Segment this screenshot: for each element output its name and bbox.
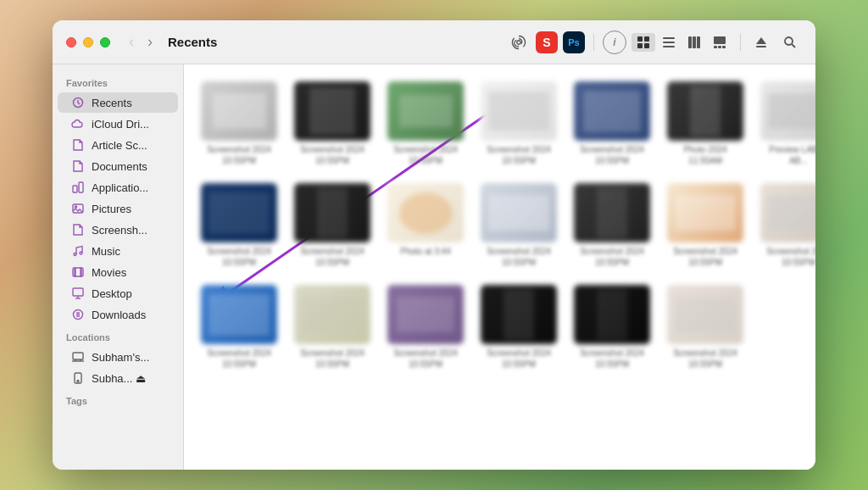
sidebar-item-article-sc[interactable]: Article Sc... xyxy=(58,135,178,155)
file-item[interactable]: Screenshot 2024 10:55PM xyxy=(664,281,747,373)
movies-icon xyxy=(71,265,85,279)
toolbar-divider-2 xyxy=(740,34,741,51)
file-item[interactable]: Screenshot 2024 10:55PM xyxy=(198,180,281,271)
file-item[interactable]: Screenshot 2024 10:55PM xyxy=(570,281,654,373)
file-thumbnail xyxy=(201,285,277,344)
column-view-button[interactable] xyxy=(682,33,706,52)
file-item[interactable]: Preview LABEL AB... xyxy=(757,78,815,170)
file-name: Screenshot 2024 10:55PM xyxy=(481,348,557,370)
sidebar-item-recents[interactable]: Recents xyxy=(58,92,178,113)
file-thumbnail xyxy=(201,183,277,242)
maximize-button[interactable] xyxy=(100,37,110,47)
favorites-section-label: Favorites xyxy=(53,71,183,92)
file-item[interactable]: Screenshot 2024 10:55PM xyxy=(384,78,467,170)
svg-marker-15 xyxy=(756,37,766,44)
file-item[interactable]: Screenshot 2024 10:55PM xyxy=(477,180,560,271)
file-thumbnail xyxy=(760,183,815,242)
file-name: Screenshot 2024 10:55PM xyxy=(294,348,370,370)
file-item[interactable]: Screenshot 2024 10:55PM xyxy=(291,180,374,271)
icloud-icon xyxy=(71,117,85,131)
sidebar-item-music[interactable]: Music xyxy=(58,241,178,261)
downloads-label: Downloads xyxy=(92,309,146,321)
recents-label: Recents xyxy=(92,97,132,109)
svg-rect-3 xyxy=(637,43,643,48)
file-item[interactable]: Photo at 3:44 xyxy=(384,180,467,271)
file-thumbnail xyxy=(387,183,464,242)
desktop-icon xyxy=(71,287,85,300)
file-item[interactable]: Screenshot 2024 10:55PM xyxy=(198,78,281,170)
music-label: Music xyxy=(92,245,120,258)
svg-rect-2 xyxy=(644,36,649,42)
file-name: Screenshot 2024 10:55PM xyxy=(387,348,464,370)
svg-point-17 xyxy=(785,37,793,45)
sidebar-item-pictures[interactable]: Pictures xyxy=(58,198,178,219)
file-item[interactable]: Screenshot 2024 10:55PM xyxy=(384,281,467,373)
sidebar-item-icloud[interactable]: iCloud Dri... xyxy=(58,114,178,134)
svg-rect-27 xyxy=(75,268,75,276)
file-item[interactable]: Screenshot 2024 10:55PM xyxy=(198,281,281,373)
subha-drive-icon xyxy=(71,371,85,385)
svg-rect-9 xyxy=(693,36,696,48)
file-item[interactable]: Screenshot 2024 10:55PM xyxy=(477,78,560,170)
svg-rect-11 xyxy=(714,36,726,44)
file-item[interactable]: Screenshot 2024 10:55PM xyxy=(570,78,654,170)
file-item[interactable]: Screenshot 2024 10:55PM xyxy=(477,281,560,373)
sidebar-item-desktop[interactable]: Desktop xyxy=(58,283,178,303)
svg-rect-1 xyxy=(637,36,643,42)
sidebar-item-downloads[interactable]: Downloads xyxy=(58,304,178,325)
file-name: Screenshot 2024 10:55PM xyxy=(760,246,815,268)
sidebar-item-screenshots[interactable]: Screensh... xyxy=(58,220,178,240)
file-name: Screenshot 2024 10:55PM xyxy=(667,348,743,370)
info-icon[interactable]: i xyxy=(603,31,626,54)
file-name: Screenshot 2024 10:55PM xyxy=(201,246,277,268)
svg-rect-13 xyxy=(718,46,721,48)
file-thumbnail xyxy=(294,81,370,141)
sidebar-item-applications[interactable]: Applicatio... xyxy=(58,177,178,198)
search-icon[interactable] xyxy=(778,31,802,54)
file-item[interactable]: Screenshot 2024 10:55PM xyxy=(570,180,654,271)
file-item[interactable]: Screenshot 2024 10:55PM xyxy=(757,180,815,271)
music-icon xyxy=(71,244,85,258)
back-button[interactable]: ‹ xyxy=(124,31,139,53)
sidebar-item-movies[interactable]: Movies xyxy=(58,262,178,282)
finder-window: ‹ › Recents S Ps i xyxy=(53,20,815,470)
titlebar: ‹ › Recents S Ps i xyxy=(53,20,815,64)
svg-rect-4 xyxy=(644,43,649,48)
sidebar-item-subha-drive[interactable]: Subha... ⏏ xyxy=(58,368,178,388)
spotlight-icon[interactable]: S xyxy=(536,31,558,53)
list-view-button[interactable] xyxy=(657,33,681,52)
photoshop-icon[interactable]: Ps xyxy=(563,31,585,53)
file-name: Screenshot 2024 10:55PM xyxy=(294,246,370,268)
file-item[interactable]: Screenshot 2024 10:55PM xyxy=(291,78,374,170)
forward-button[interactable]: › xyxy=(142,31,158,53)
subha-drive-label: Subha... ⏏ xyxy=(92,372,146,385)
file-thumbnail xyxy=(481,183,557,242)
file-name: Photo at 3:44 xyxy=(387,246,464,257)
file-item[interactable]: Screenshot 2024 10:55PM xyxy=(664,180,747,271)
file-thumbnail xyxy=(667,81,743,141)
minimize-button[interactable] xyxy=(83,37,93,47)
file-item[interactable]: Screenshot 2024 10:55PM xyxy=(291,281,374,373)
eject-icon[interactable] xyxy=(749,31,773,54)
svg-rect-12 xyxy=(714,46,717,48)
svg-point-38 xyxy=(77,381,79,382)
icloud-label: iCloud Dri... xyxy=(92,118,149,131)
file-area: Screenshot 2024 10:55PM Screenshot 2024 … xyxy=(184,64,815,470)
file-name: Screenshot 2024 10:55PM xyxy=(574,348,650,370)
pictures-label: Pictures xyxy=(92,203,131,215)
toolbar-divider-1 xyxy=(593,34,594,51)
svg-rect-28 xyxy=(81,268,81,276)
sidebar-item-documents[interactable]: Documents xyxy=(58,156,178,176)
file-item[interactable]: Photo 2024 11:55AM xyxy=(664,78,747,170)
downloads-icon xyxy=(71,308,85,321)
applications-icon xyxy=(71,181,85,194)
grid-view-button[interactable] xyxy=(632,33,655,52)
close-button[interactable] xyxy=(66,37,76,47)
file-name: Screenshot 2024 10:55PM xyxy=(574,144,650,166)
file-thumbnail xyxy=(760,81,815,141)
file-name: Screenshot 2024 10:55PM xyxy=(667,246,743,268)
sidebar-item-subhams-mac[interactable]: Subham's... xyxy=(58,347,178,367)
airdrop-icon[interactable] xyxy=(507,31,531,54)
file-name: Screenshot 2024 10:55PM xyxy=(201,348,277,370)
gallery-view-button[interactable] xyxy=(708,33,732,52)
